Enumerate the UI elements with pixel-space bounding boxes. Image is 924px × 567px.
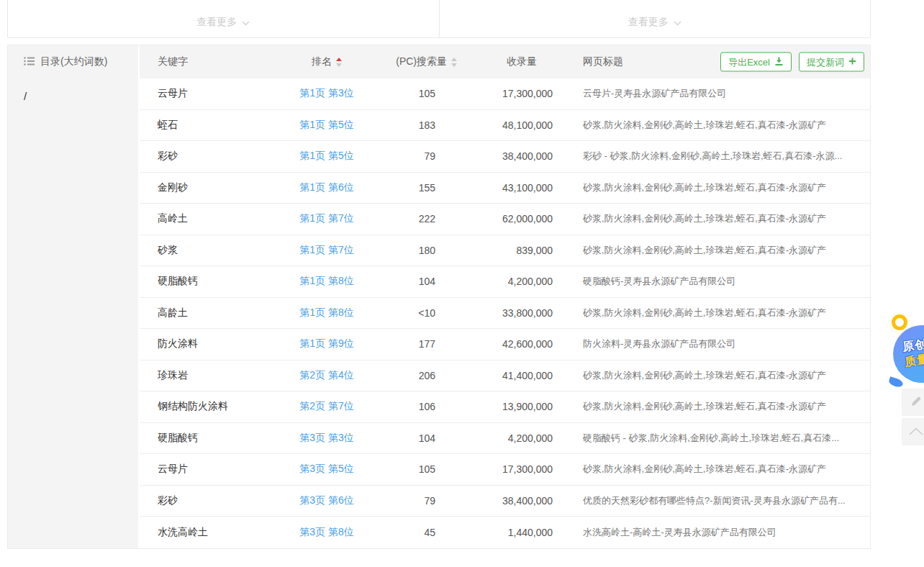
rank-link[interactable]: 第1页 第6位 — [299, 181, 353, 193]
table-row: 金刚砂 第1页 第6位 155 43,100,000 砂浆,防火涂料,金刚砂,高… — [140, 173, 870, 204]
indexed-count-cell: 48,100,000 — [460, 119, 557, 131]
rank-link[interactable]: 第1页 第8位 — [299, 307, 353, 318]
indexed-count-cell: 17,300,000 — [460, 463, 557, 475]
rank-cell: 第1页 第8位 — [294, 307, 359, 319]
chevron-down-icon — [242, 17, 250, 28]
search-volume-cell: 79 — [359, 150, 460, 162]
page-title-cell: 砂浆,防火涂料,金刚砂,高岭土,珍珠岩,蛭石,真石漆-永源矿产 — [557, 400, 870, 413]
submit-new-word-button[interactable]: 提交新词 — [799, 53, 864, 72]
top-left-panel: 查看更多 — [7, 0, 440, 38]
sort-icon-rank[interactable] — [336, 58, 342, 67]
rank-cell: 第1页 第7位 — [294, 212, 359, 225]
rank-link[interactable]: 第3页 第8位 — [299, 526, 353, 537]
header-search-volume-label: (PC)搜索量 — [396, 55, 447, 68]
search-volume-cell: <10 — [359, 307, 460, 319]
indexed-count-cell: 41,400,000 — [460, 370, 557, 381]
search-volume-cell: 222 — [359, 213, 460, 224]
keyword-rank-panel: 目录(大约词数) / 关键字 排名 (PC)搜索量 收录量 网页标题 — [7, 45, 871, 549]
search-volume-cell: 79 — [359, 495, 460, 507]
indexed-count-cell: 1,440,000 — [460, 527, 557, 538]
rank-link[interactable]: 第3页 第3位 — [299, 432, 353, 443]
header-rank[interactable]: 排名 — [294, 55, 359, 68]
indexed-count-cell: 62,000,000 — [460, 213, 557, 224]
table-body: 云母片 第1页 第3位 105 17,300,000 云母片-灵寿县永源矿产品有… — [140, 78, 870, 548]
search-volume-cell: 183 — [359, 119, 460, 131]
export-excel-button[interactable]: 导出Excel — [720, 53, 792, 72]
header-actions: 导出Excel 提交新词 — [720, 53, 864, 72]
table-row: 硬脂酸钙 第3页 第3位 104 4,200,000 硬脂酸钙 - 砂浆,防火涂… — [140, 423, 870, 455]
table-row: 云母片 第1页 第3位 105 17,300,000 云母片-灵寿县永源矿产品有… — [140, 78, 870, 110]
rank-cell: 第3页 第5位 — [294, 463, 359, 476]
table-row: 彩砂 第3页 第6位 79 38,400,000 优质的天然彩砂都有哪些特点?-… — [140, 486, 870, 517]
indexed-count-cell: 38,400,000 — [460, 150, 557, 162]
rank-cell: 第1页 第9位 — [294, 337, 359, 350]
sidebar-item-root[interactable]: / — [8, 78, 138, 102]
table-row: 高龄土 第1页 第8位 <10 33,800,000 砂浆,防火涂料,金刚砂,高… — [140, 298, 870, 330]
keyword-cell: 砂浆 — [140, 244, 294, 257]
search-volume-cell: 106 — [359, 401, 460, 412]
rank-link[interactable]: 第2页 第4位 — [299, 369, 353, 381]
indexed-count-cell: 17,300,000 — [460, 88, 557, 99]
page-title-cell: 硬脂酸钙 - 砂浆,防火涂料,金刚砂,高岭土,珍珠岩,蛭石,真石漆... — [557, 432, 870, 445]
rank-link[interactable]: 第1页 第3位 — [299, 87, 353, 99]
rank-link[interactable]: 第1页 第5位 — [299, 150, 353, 161]
indexed-count-cell: 33,800,000 — [460, 307, 557, 319]
table-row: 钢结构防火涂料 第2页 第7位 106 13,900,000 砂浆,防火涂料,金… — [140, 391, 870, 423]
page: 查看更多 查看更多 — [0, 0, 924, 567]
promo-badge-tail-icon — [888, 376, 904, 389]
search-volume-cell: 105 — [359, 88, 460, 99]
view-more-left-label: 查看更多 — [196, 16, 237, 29]
rank-link[interactable]: 第2页 第7位 — [299, 400, 353, 412]
header-keyword: 关键字 — [140, 55, 294, 68]
view-more-left[interactable]: 查看更多 — [196, 16, 250, 29]
rank-link[interactable]: 第3页 第5位 — [299, 463, 353, 474]
indexed-count-cell: 4,200,000 — [460, 432, 557, 444]
rank-cell: 第3页 第3位 — [294, 432, 359, 445]
page-title-cell: 砂浆,防火涂料,金刚砂,高岭土,珍珠岩,蛭石,真石漆-永源矿产 — [557, 212, 870, 225]
edit-button[interactable] — [902, 389, 924, 416]
page-title-cell: 彩砂 - 砂浆,防火涂料,金刚砂,高岭土,珍珠岩,蛭石,真石漆-永源... — [557, 150, 870, 163]
rank-link[interactable]: 第1页 第7位 — [299, 244, 353, 255]
search-volume-cell: 180 — [359, 245, 460, 256]
page-title-cell: 砂浆,防火涂料,金刚砂,高岭土,珍珠岩,蛭石,真石漆-永源矿产 — [557, 369, 870, 382]
keyword-cell: 高龄土 — [140, 307, 294, 319]
table-row: 砂浆 第1页 第7位 180 839,000 砂浆,防火涂料,金刚砂,高岭土,珍… — [140, 235, 870, 267]
promo-badge[interactable]: 原创文 质量可 — [887, 314, 924, 386]
scroll-top-button[interactable] — [902, 418, 924, 445]
keyword-cell: 云母片 — [140, 463, 294, 476]
table-row: 硬脂酸钙 第1页 第8位 104 4,200,000 硬脂酸钙-灵寿县永源矿产品… — [140, 266, 870, 298]
promo-badge-ring-icon — [892, 314, 907, 330]
rank-link[interactable]: 第1页 第8位 — [299, 275, 353, 286]
header-indexed: 收录量 — [460, 55, 557, 68]
keyword-cell: 高岭土 — [140, 212, 294, 225]
keyword-cell: 珍珠岩 — [140, 369, 294, 382]
search-volume-cell: 104 — [359, 276, 460, 287]
export-excel-label: 导出Excel — [728, 55, 770, 68]
rank-cell: 第1页 第8位 — [294, 275, 359, 288]
header-search-volume[interactable]: (PC)搜索量 — [359, 55, 460, 68]
directory-title: 目录(大约词数) — [40, 55, 107, 68]
indexed-count-cell: 839,000 — [460, 245, 557, 256]
page-title-cell: 硬脂酸钙-灵寿县永源矿产品有限公司 — [557, 275, 870, 288]
table-row: 彩砂 第1页 第5位 79 38,400,000 彩砂 - 砂浆,防火涂料,金刚… — [140, 141, 870, 173]
rank-link[interactable]: 第3页 第6位 — [299, 494, 353, 506]
rank-link[interactable]: 第1页 第5位 — [299, 119, 353, 130]
table-row: 防火涂料 第1页 第9位 177 42,600,000 防火涂料-灵寿县永源矿产… — [140, 329, 870, 360]
rank-link[interactable]: 第1页 第7位 — [299, 212, 353, 224]
rank-link[interactable]: 第1页 第9位 — [299, 337, 353, 349]
keyword-cell: 彩砂 — [140, 494, 294, 507]
page-title-cell: 砂浆,防火涂料,金刚砂,高岭土,珍珠岩,蛭石,真石漆-永源矿产 — [557, 119, 870, 132]
sort-icon-search-volume[interactable] — [451, 58, 457, 67]
search-volume-cell: 177 — [359, 338, 460, 350]
chevron-up-icon — [909, 427, 923, 437]
view-more-right[interactable]: 查看更多 — [628, 16, 681, 29]
top-right-panel: 查看更多 — [440, 0, 871, 38]
list-icon — [24, 56, 35, 68]
keyword-cell: 水洗高岭土 — [140, 526, 294, 539]
search-volume-cell: 45 — [359, 527, 460, 538]
page-title-cell: 优质的天然彩砂都有哪些特点?-新闻资讯-灵寿县永源矿产品有... — [557, 494, 870, 507]
download-icon — [774, 56, 784, 68]
search-volume-cell: 105 — [359, 463, 460, 475]
keyword-cell: 蛭石 — [140, 119, 294, 132]
page-title-cell: 水洗高岭土-高岭土-灵寿县永源矿产品有限公司 — [557, 526, 870, 539]
